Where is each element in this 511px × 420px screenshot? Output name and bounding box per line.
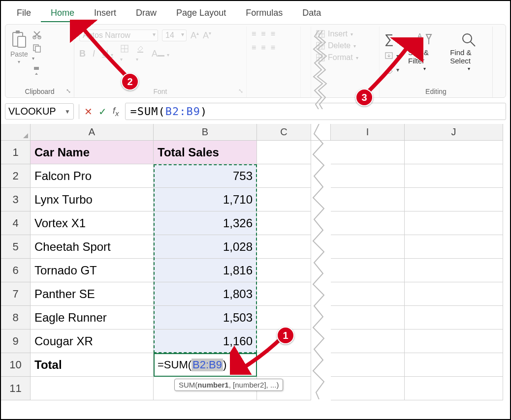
- borders-icon[interactable]: ▾: [120, 44, 129, 63]
- increase-font-icon[interactable]: A▴: [191, 30, 199, 41]
- column-header-j[interactable]: J: [405, 124, 503, 141]
- clear-button[interactable]: ▾: [384, 65, 399, 74]
- cell-a9[interactable]: Cougar XR: [31, 330, 154, 353]
- cell-c7[interactable]: [257, 282, 311, 306]
- cell-b9[interactable]: 1,160: [154, 330, 257, 353]
- row-header-1[interactable]: 1: [1, 141, 31, 164]
- menu-insert[interactable]: Insert: [84, 5, 126, 22]
- cell-c3[interactable]: [257, 188, 311, 211]
- format-cells-button[interactable]: Format ▾: [316, 53, 374, 62]
- column-header-a[interactable]: A: [31, 124, 154, 141]
- decrease-font-icon[interactable]: A▾: [203, 30, 211, 41]
- cell-j3[interactable]: [405, 188, 503, 211]
- menu-data[interactable]: Data: [292, 5, 331, 22]
- cell-j11[interactable]: [405, 377, 503, 400]
- column-header-b[interactable]: B: [154, 124, 257, 141]
- menu-formulas[interactable]: Formulas: [236, 5, 292, 22]
- cell-b4[interactable]: 1,326: [154, 211, 257, 235]
- cell-b2[interactable]: 753: [154, 164, 257, 188]
- bold-button[interactable]: B: [79, 49, 86, 59]
- row-header-5[interactable]: 5: [1, 235, 31, 259]
- font-color-icon[interactable]: A ▾: [152, 49, 169, 59]
- cut-icon[interactable]: [32, 30, 42, 39]
- cell-a11[interactable]: [31, 377, 154, 400]
- cancel-formula-icon[interactable]: ✕: [84, 106, 93, 118]
- cell-i6[interactable]: [331, 259, 405, 282]
- clipboard-dialog-launcher-icon[interactable]: ⤡: [66, 88, 71, 94]
- column-header-c[interactable]: C: [257, 124, 311, 141]
- row-header-9[interactable]: 9: [1, 330, 31, 353]
- align-right-icon[interactable]: ≡: [271, 43, 275, 52]
- cell-b1[interactable]: Total Sales: [154, 141, 257, 164]
- cell-j6[interactable]: [405, 259, 503, 282]
- cell-c6[interactable]: [257, 259, 311, 282]
- cell-j5[interactable]: [405, 235, 503, 259]
- align-middle-icon[interactable]: ≡: [261, 30, 265, 38]
- cell-j2[interactable]: [405, 164, 503, 188]
- cell-i10[interactable]: [331, 353, 405, 377]
- cell-c8[interactable]: [257, 306, 311, 330]
- underline-button[interactable]: U ▾: [102, 49, 113, 59]
- font-size-dropdown[interactable]: 14: [162, 30, 187, 41]
- column-header-i[interactable]: I: [331, 124, 405, 141]
- cell-b8[interactable]: 1,503: [154, 306, 257, 330]
- row-header-6[interactable]: 6: [1, 259, 31, 282]
- cell-j4[interactable]: [405, 211, 503, 235]
- cell-j7[interactable]: [405, 282, 503, 306]
- name-box[interactable]: VLOOKUP▼: [5, 103, 74, 120]
- cell-b7[interactable]: 1,803: [154, 282, 257, 306]
- row-header-11[interactable]: 11: [1, 377, 31, 400]
- cell-a7[interactable]: Panther SE: [31, 282, 154, 306]
- paste-button[interactable]: Paste ▾: [10, 30, 28, 64]
- cell-b6[interactable]: 1,816: [154, 259, 257, 282]
- cell-c10[interactable]: [257, 353, 311, 377]
- cell-j10[interactable]: [405, 353, 503, 377]
- cell-a10[interactable]: Total: [31, 353, 154, 377]
- cell-j9[interactable]: [405, 330, 503, 353]
- italic-button[interactable]: I: [93, 49, 95, 59]
- cell-a1[interactable]: Car Name: [31, 141, 154, 164]
- sort-filter-button[interactable]: AZ Sort & Filter▾: [408, 31, 441, 71]
- cell-a5[interactable]: Cheetah Sport: [31, 235, 154, 259]
- cell-i7[interactable]: [331, 282, 405, 306]
- menu-home[interactable]: Home: [41, 5, 84, 22]
- enter-formula-icon[interactable]: ✓: [98, 106, 107, 118]
- find-select-button[interactable]: Find & Select▾: [450, 31, 487, 71]
- align-left-icon[interactable]: ≡: [252, 43, 256, 52]
- cell-i4[interactable]: [331, 211, 405, 235]
- row-header-7[interactable]: 7: [1, 282, 31, 306]
- cell-i11[interactable]: [331, 377, 405, 400]
- row-header-8[interactable]: 8: [1, 306, 31, 330]
- align-bottom-icon[interactable]: ≡: [271, 30, 275, 38]
- cell-i8[interactable]: [331, 306, 405, 330]
- fill-color-icon[interactable]: ▾: [136, 44, 145, 63]
- menu-draw[interactable]: Draw: [126, 5, 166, 22]
- formula-input[interactable]: =SUM(B2:B9): [125, 103, 506, 120]
- cell-j1[interactable]: [405, 141, 503, 164]
- cell-a6[interactable]: Tornado GT: [31, 259, 154, 282]
- align-top-icon[interactable]: ≡: [252, 30, 256, 38]
- row-header-3[interactable]: 3: [1, 188, 31, 211]
- insert-cells-button[interactable]: Insert ▾: [316, 30, 374, 38]
- cell-c2[interactable]: [257, 164, 311, 188]
- cell-i9[interactable]: [331, 330, 405, 353]
- menu-page-layout[interactable]: Page Layout: [166, 5, 236, 22]
- fill-button[interactable]: ▾: [384, 52, 399, 60]
- copy-icon[interactable]: ▾: [32, 43, 42, 62]
- align-center-icon[interactable]: ≡: [261, 43, 265, 52]
- chevron-down-icon[interactable]: ▼: [64, 108, 70, 115]
- cell-i5[interactable]: [331, 235, 405, 259]
- cell-i2[interactable]: [331, 164, 405, 188]
- cell-c4[interactable]: [257, 211, 311, 235]
- row-header-10[interactable]: 10: [1, 353, 31, 377]
- cell-b10[interactable]: =SUM(B2:B9) SUM(number1, [number2], ...): [154, 353, 257, 377]
- font-dialog-launcher-icon[interactable]: ⤡: [238, 88, 243, 94]
- autosum-button[interactable]: ∑ ▾: [384, 31, 399, 47]
- insert-function-icon[interactable]: fx: [113, 106, 119, 118]
- select-all-corner[interactable]: [1, 124, 31, 141]
- cell-a8[interactable]: Eagle Runner: [31, 306, 154, 330]
- cell-c5[interactable]: [257, 235, 311, 259]
- cell-a2[interactable]: Falcon Pro: [31, 164, 154, 188]
- menu-file[interactable]: File: [7, 5, 41, 22]
- cell-i1[interactable]: [331, 141, 405, 164]
